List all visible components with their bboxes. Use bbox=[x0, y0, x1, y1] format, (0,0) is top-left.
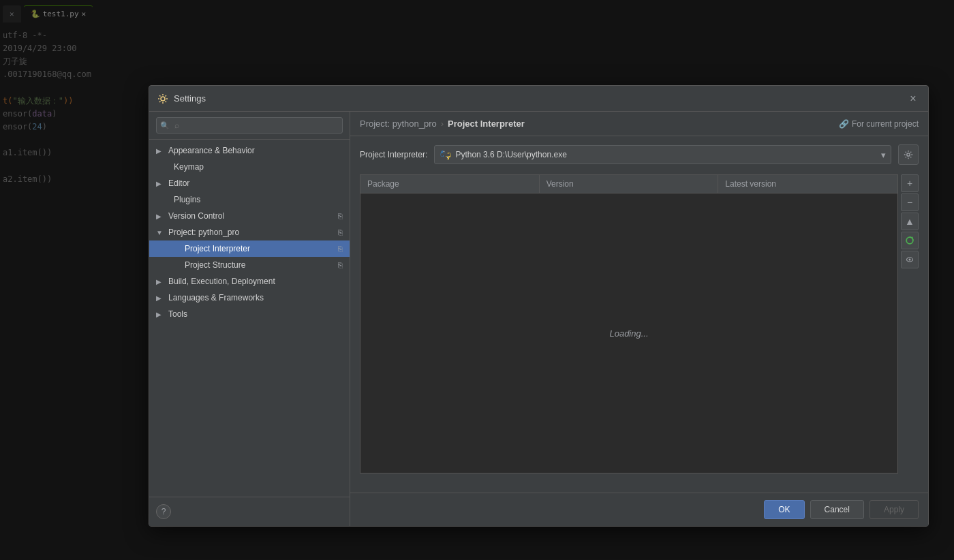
vcs-copy-icon: ⎘ bbox=[338, 212, 343, 220]
sidebar-item-project-interpreter[interactable]: Project Interpreter ⎘ bbox=[149, 240, 350, 257]
col-latest: Latest version bbox=[718, 175, 897, 193]
package-table-wrap: Package Version Latest version Loading..… bbox=[360, 174, 919, 473]
upgrade-package-button[interactable]: ▲ bbox=[901, 213, 919, 230]
sidebar-item-appearance-label: Appearance & Behavior bbox=[168, 146, 255, 155]
settings-sidebar: ▶ Appearance & Behavior Keymap ▶ Editor … bbox=[149, 112, 350, 526]
search-box bbox=[149, 112, 350, 140]
table-body: Loading... bbox=[360, 193, 897, 473]
sidebar-item-project-structure-label: Project Structure bbox=[185, 260, 245, 270]
dialog-body: ▶ Appearance & Behavior Keymap ▶ Editor … bbox=[149, 112, 928, 526]
expand-arrow-languages: ▶ bbox=[156, 294, 164, 302]
content-header: Project: python_pro › Project Interprete… bbox=[350, 112, 928, 136]
expand-arrow-editor: ▶ bbox=[156, 180, 164, 187]
sidebar-item-project-label: Project: python_pro bbox=[168, 228, 239, 237]
settings-icon bbox=[157, 93, 168, 104]
dialog-title: Settings bbox=[174, 93, 206, 104]
interpreter-label: Project Interpreter: bbox=[360, 150, 427, 159]
expand-arrow-project: ▼ bbox=[156, 229, 164, 236]
search-input[interactable] bbox=[156, 117, 343, 134]
loading-text: Loading... bbox=[609, 328, 648, 339]
dialog-title-left: Settings bbox=[157, 93, 206, 104]
interpreter-row: Project Interpreter: Python 3.6 D:\User\… bbox=[360, 144, 919, 165]
eye-icon bbox=[906, 255, 914, 264]
python-logo-icon bbox=[440, 149, 451, 160]
dialog-close-button[interactable]: × bbox=[906, 92, 920, 106]
show-paths-button[interactable] bbox=[901, 251, 919, 268]
apply-button[interactable]: Apply bbox=[870, 500, 919, 519]
sidebar-item-plugins[interactable]: Plugins bbox=[149, 191, 350, 208]
refresh-packages-button[interactable] bbox=[901, 232, 919, 249]
interpreter-value: Python 3.6 D:\User\python.exe bbox=[455, 150, 566, 159]
breadcrumb-current: Project Interpreter bbox=[448, 119, 525, 129]
gear-icon bbox=[904, 150, 913, 159]
dialog-footer: OK Cancel Apply bbox=[350, 493, 928, 526]
sidebar-item-vcs[interactable]: ▶ Version Control ⎘ bbox=[149, 208, 350, 224]
sidebar-item-vcs-label: Version Control bbox=[168, 211, 224, 221]
interpreter-select-button[interactable]: Python 3.6 D:\User\python.exe bbox=[434, 145, 891, 164]
breadcrumb: Project: python_pro › Project Interprete… bbox=[360, 119, 525, 129]
sidebar-item-keymap-label: Keymap bbox=[174, 162, 204, 172]
settings-content: Project: python_pro › Project Interprete… bbox=[350, 112, 928, 526]
sidebar-item-languages-label: Languages & Frameworks bbox=[168, 293, 264, 302]
remove-package-button[interactable]: − bbox=[901, 193, 919, 211]
cancel-button[interactable]: Cancel bbox=[810, 500, 864, 519]
sidebar-item-project-structure[interactable]: Project Structure ⎘ bbox=[149, 257, 350, 273]
sidebar-item-build-label: Build, Execution, Deployment bbox=[168, 277, 275, 286]
dialog-titlebar: Settings × bbox=[149, 86, 928, 112]
sidebar-item-keymap[interactable]: Keymap bbox=[149, 159, 350, 175]
sidebar-bottom: ? bbox=[149, 497, 350, 526]
for-current-label: For current project bbox=[852, 119, 919, 129]
expand-arrow-vcs: ▶ bbox=[156, 213, 164, 220]
sidebar-item-tools[interactable]: ▶ Tools bbox=[149, 306, 350, 322]
breadcrumb-arrow: › bbox=[441, 119, 444, 129]
svg-point-2 bbox=[447, 157, 448, 158]
sidebar-item-editor-label: Editor bbox=[168, 178, 189, 188]
interpreter-copy-icon: ⎘ bbox=[338, 245, 343, 253]
sidebar-item-appearance[interactable]: ▶ Appearance & Behavior bbox=[149, 142, 350, 159]
svg-point-3 bbox=[907, 153, 910, 156]
sidebar-item-project[interactable]: ▼ Project: python_pro ⎘ bbox=[149, 224, 350, 240]
col-version: Version bbox=[540, 175, 719, 193]
breadcrumb-project: Project: python_pro bbox=[360, 119, 437, 129]
interpreter-gear-button[interactable] bbox=[898, 144, 919, 165]
svg-point-0 bbox=[161, 97, 165, 101]
for-current-icon: 🔗 bbox=[839, 119, 849, 129]
package-table: Package Version Latest version Loading..… bbox=[360, 174, 898, 473]
sidebar-item-build[interactable]: ▶ Build, Execution, Deployment bbox=[149, 273, 350, 290]
table-header: Package Version Latest version bbox=[360, 175, 897, 193]
search-wrap bbox=[156, 117, 343, 134]
settings-dialog: Settings × ▶ Appearance & Behavior bbox=[149, 85, 929, 527]
project-copy-icon: ⎘ bbox=[338, 228, 343, 236]
structure-copy-icon: ⎘ bbox=[338, 261, 343, 269]
sidebar-item-plugins-label: Plugins bbox=[174, 195, 200, 204]
expand-arrow-tools: ▶ bbox=[156, 311, 164, 318]
table-side-buttons: + − ▲ bbox=[898, 174, 919, 473]
add-package-button[interactable]: + bbox=[901, 174, 919, 192]
sidebar-item-project-interpreter-label: Project Interpreter bbox=[185, 244, 250, 253]
col-package: Package bbox=[360, 175, 540, 193]
nav-items: ▶ Appearance & Behavior Keymap ▶ Editor … bbox=[149, 140, 350, 497]
ok-button[interactable]: OK bbox=[764, 500, 804, 519]
help-button[interactable]: ? bbox=[156, 504, 171, 519]
for-current-project: 🔗 For current project bbox=[839, 119, 919, 129]
expand-arrow-appearance: ▶ bbox=[156, 147, 164, 155]
refresh-icon bbox=[905, 236, 914, 245]
sidebar-item-tools-label: Tools bbox=[168, 309, 187, 319]
sidebar-item-languages[interactable]: ▶ Languages & Frameworks bbox=[149, 290, 350, 306]
content-body: Project Interpreter: Python 3.6 D:\User\… bbox=[350, 136, 928, 493]
expand-arrow-build: ▶ bbox=[156, 278, 164, 285]
svg-point-6 bbox=[909, 259, 911, 261]
interpreter-select-wrap: Python 3.6 D:\User\python.exe bbox=[434, 145, 891, 164]
sidebar-item-editor[interactable]: ▶ Editor bbox=[149, 175, 350, 191]
svg-point-1 bbox=[444, 151, 444, 152]
